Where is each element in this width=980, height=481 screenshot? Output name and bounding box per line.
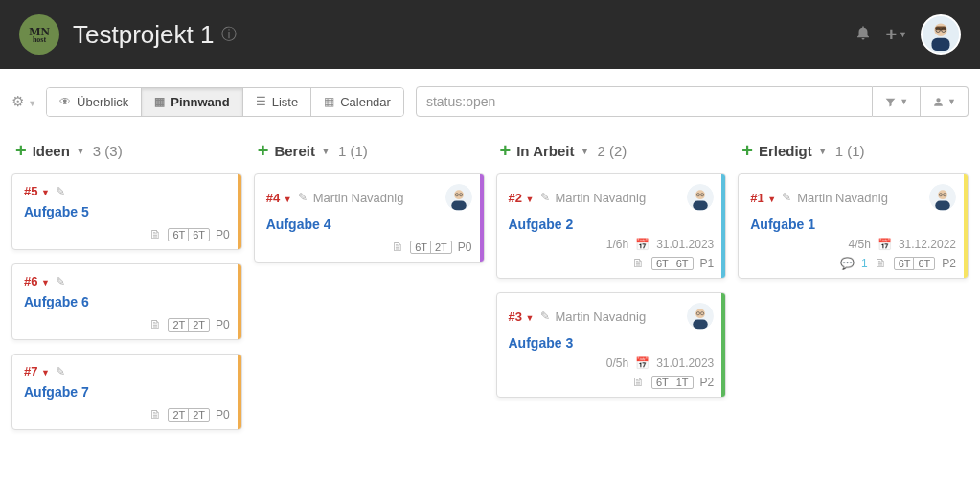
priority: P2 (700, 376, 715, 389)
assignee-name: Martin Navadnig (797, 191, 888, 205)
column-header: + Ideen ▼ 3 (3) (11, 132, 242, 173)
assignee-name: Martin Navadnig (556, 191, 647, 205)
card-stripe (238, 355, 241, 429)
column-bereit: + Bereit ▼ 1 (1) #4 ▼ ✎ Martin Navadnig … (254, 132, 485, 276)
time-badge: 6T6T (894, 257, 936, 270)
comment-icon[interactable]: 💬 (840, 257, 855, 270)
due-date: 31.01.2023 (656, 356, 714, 370)
gear-icon[interactable]: ⚙ ▼ (11, 93, 36, 110)
filter-button[interactable]: ▼ (873, 86, 921, 117)
card-id[interactable]: #1 ▼ (750, 191, 776, 205)
assignee-avatar[interactable] (687, 303, 714, 330)
view-tabs: 👁 Überblick ▦ Pinnwand ☰ Liste ▦ Calenda… (46, 87, 404, 117)
card[interactable]: #2 ▼ ✎ Martin Navadnig Aufgabe 2 1/6h 📅 … (496, 173, 727, 279)
tab-board[interactable]: ▦ Pinnwand (142, 88, 242, 116)
card-title[interactable]: Aufgabe 3 (509, 335, 574, 351)
edit-icon[interactable]: ✎ (540, 309, 550, 323)
priority: P0 (216, 318, 230, 332)
edit-icon[interactable]: ✎ (782, 191, 791, 204)
calendar-icon: ▦ (324, 95, 334, 108)
add-card-button[interactable]: + (741, 140, 753, 162)
svg-point-7 (454, 190, 464, 199)
assignee-avatar[interactable] (687, 184, 714, 211)
doc-icon: 🗎 (875, 256, 887, 270)
hours: 1/6h (606, 238, 628, 251)
priority: P0 (216, 408, 230, 422)
time-badge: 6T6T (168, 228, 210, 241)
edit-icon[interactable]: ✎ (298, 191, 308, 204)
card-stripe (238, 174, 241, 249)
card-id[interactable]: #2 ▼ (509, 191, 535, 205)
chevron-down-icon[interactable]: ▼ (321, 146, 330, 156)
due-date: 31.12.2022 (899, 238, 956, 251)
svg-point-22 (938, 190, 947, 199)
add-card-button[interactable]: + (258, 140, 269, 162)
card-id[interactable]: #7 ▼ (24, 364, 50, 378)
toolbar: ⚙ ▼ 👁 Überblick ▦ Pinnwand ☰ Liste ▦ Cal… (0, 79, 980, 125)
card[interactable]: #6 ▼ ✎ Aufgabe 6 🗎 2T2T P0 (11, 263, 242, 340)
edit-icon[interactable]: ✎ (56, 365, 65, 378)
add-card-button[interactable]: + (15, 140, 27, 162)
tab-list[interactable]: ☰ Liste (243, 88, 311, 116)
calendar-icon: 📅 (635, 238, 650, 251)
card-id[interactable]: #5 ▼ (24, 184, 50, 198)
tab-overview[interactable]: 👁 Überblick (47, 88, 142, 116)
edit-icon[interactable]: ✎ (56, 275, 65, 288)
card-stripe (238, 264, 241, 339)
assignee-name: Martin Navadnig (313, 191, 404, 205)
time-badge: 2T2T (168, 408, 210, 422)
chevron-down-icon[interactable]: ▼ (580, 146, 589, 156)
card-stripe (964, 174, 968, 278)
card-title[interactable]: Aufgabe 1 (750, 217, 815, 232)
doc-icon: 🗎 (632, 375, 645, 389)
column-name: In Arbeit (516, 143, 574, 159)
card-title[interactable]: Aufgabe 6 (24, 294, 89, 309)
assignee-name: Martin Navadnig (556, 309, 647, 324)
calendar-icon: 📅 (635, 356, 650, 370)
card[interactable]: #7 ▼ ✎ Aufgabe 7 🗎 2T2T P0 (11, 354, 242, 430)
list-icon: ☰ (256, 95, 266, 108)
doc-icon: 🗎 (392, 240, 404, 254)
app-logo[interactable]: MNhost (19, 14, 59, 55)
topbar: MNhost Testprojekt 1 ⓘ +▼ (0, 0, 980, 69)
time-badge: 2T2T (168, 318, 210, 332)
add-card-button[interactable]: + (500, 140, 512, 162)
column-count: 3 (3) (93, 143, 123, 159)
edit-icon[interactable]: ✎ (540, 191, 550, 204)
user-filter-button[interactable]: ▼ (921, 86, 969, 117)
card-title[interactable]: Aufgabe 4 (266, 217, 331, 232)
column-in-arbeit: + In Arbeit ▼ 2 (2) #2 ▼ ✎ Martin Navadn… (496, 132, 727, 411)
column-header: + Bereit ▼ 1 (1) (254, 132, 485, 173)
project-title: Testprojekt 1 (73, 20, 214, 50)
card[interactable]: #5 ▼ ✎ Aufgabe 5 🗎 6T6T P0 (11, 173, 242, 250)
card-title[interactable]: Aufgabe 5 (24, 204, 89, 219)
card-title[interactable]: Aufgabe 7 (24, 384, 89, 400)
column-name: Bereit (274, 143, 315, 159)
card-title[interactable]: Aufgabe 2 (509, 217, 574, 232)
card-id[interactable]: #4 ▼ (266, 191, 292, 205)
column-name: Ideen (33, 143, 70, 159)
column-count: 1 (1) (835, 143, 865, 159)
bell-icon[interactable] (855, 24, 872, 46)
board: + Ideen ▼ 3 (3) #5 ▼ ✎ Aufgabe 5 🗎 6T6T … (0, 125, 980, 451)
card[interactable]: #3 ▼ ✎ Martin Navadnig Aufgabe 3 0/5h 📅 … (496, 292, 727, 398)
tab-calendar[interactable]: ▦ Calendar (311, 88, 403, 116)
priority: P0 (458, 240, 472, 254)
assignee-avatar[interactable] (445, 184, 472, 211)
column-count: 1 (1) (338, 143, 368, 159)
edit-icon[interactable]: ✎ (56, 185, 65, 198)
card-id[interactable]: #6 ▼ (24, 274, 50, 288)
info-icon[interactable]: ⓘ (221, 25, 237, 45)
time-badge: 6T1T (651, 376, 694, 389)
chevron-down-icon[interactable]: ▼ (76, 146, 85, 156)
assignee-avatar[interactable] (929, 184, 956, 211)
card[interactable]: #1 ▼ ✎ Martin Navadnig Aufgabe 1 4/5h 📅 … (738, 173, 969, 279)
search-input[interactable] (416, 86, 873, 117)
card-id[interactable]: #3 ▼ (509, 309, 535, 324)
add-icon[interactable]: +▼ (885, 24, 907, 46)
column-header: + In Arbeit ▼ 2 (2) (496, 132, 727, 173)
card[interactable]: #4 ▼ ✎ Martin Navadnig Aufgabe 4 🗎 6T2T … (254, 173, 485, 263)
user-avatar[interactable] (921, 14, 961, 55)
grid-icon: ▦ (154, 95, 165, 108)
chevron-down-icon[interactable]: ▼ (818, 146, 828, 156)
